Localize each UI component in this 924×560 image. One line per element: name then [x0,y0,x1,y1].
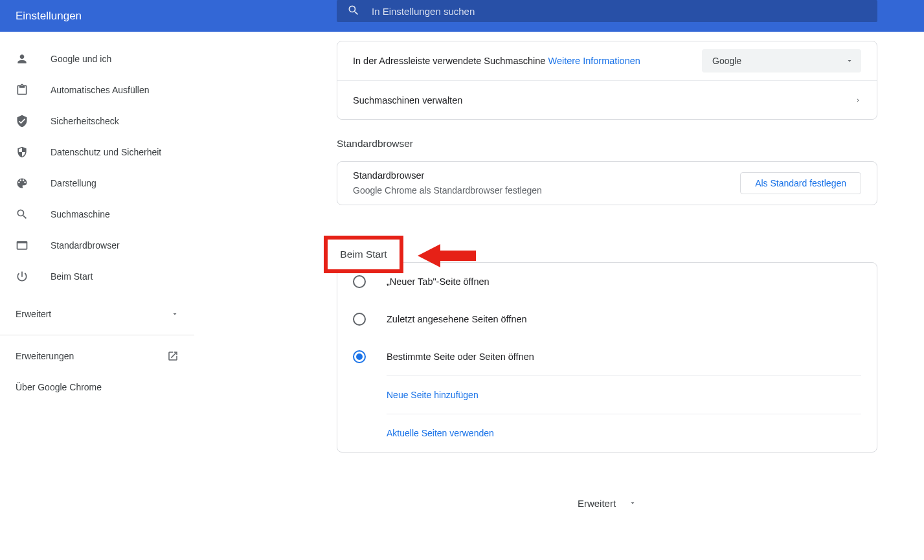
open-external-icon [167,350,179,362]
search-engine-setting-row: In der Adressleiste verwendete Suchmasch… [337,41,877,80]
sidebar-item-appearance[interactable]: Darstellung [0,168,194,199]
search-engine-card: In der Adressleiste verwendete Suchmasch… [337,41,877,120]
startup-options-card: „Neuer Tab"-Seite öffnen Zuletzt angeseh… [337,262,877,453]
chevron-down-icon [629,499,637,507]
sidebar-item-default-browser[interactable]: Standardbrowser [0,230,194,261]
sidebar-item-label: Sicherheitscheck [51,116,119,126]
sidebar-item-label: Google und ich [51,54,111,64]
search-engine-desc: In der Adressleiste verwendete Suchmasch… [353,56,545,66]
sidebar-item-google-and-me[interactable]: Google und ich [0,43,194,74]
radio-icon [353,275,366,288]
startup-option-specific-pages[interactable]: Bestimmte Seite oder Seiten öffnen [337,338,877,375]
search-icon [16,208,28,221]
annotation-highlight-box: Beim Start [324,236,403,273]
radio-checked-icon [353,350,366,363]
startup-option-continue[interactable]: Zuletzt angesehene Seiten öffnen [337,300,877,338]
manage-search-engines-row[interactable]: Suchmaschinen verwalten [337,80,877,119]
sidebar-item-label: Datenschutz und Sicherheit [51,147,161,157]
search-engine-text: In der Adressleiste verwendete Suchmasch… [353,56,640,66]
startup-section-title: Beim Start [340,249,387,260]
dropdown-value: Google [712,56,741,66]
power-icon [16,270,28,283]
set-default-button[interactable]: Als Standard festlegen [740,172,861,194]
svg-marker-0 [418,244,476,267]
sidebar-item-label: Standardbrowser [51,240,120,251]
sidebar: Google und ich Automatisches Ausfüllen S… [0,32,194,560]
sidebar-advanced-toggle[interactable]: Erweitert [0,298,194,330]
use-current-label: Aktuelle Seiten verwenden [387,428,494,438]
shield-check-icon [16,115,28,128]
sidebar-item-safety-check[interactable]: Sicherheitscheck [0,106,194,137]
advanced-label: Erweitert [578,498,616,509]
radio-icon [353,313,366,326]
use-current-pages-option[interactable]: Aktuelle Seiten verwenden [337,414,877,452]
chevron-down-icon [171,310,179,318]
clipboard-icon [16,84,28,96]
chevron-right-icon [855,97,861,104]
search-box[interactable] [337,0,877,22]
add-page-label: Neue Seite hinzufügen [387,390,479,400]
palette-icon [16,177,28,190]
sidebar-item-search-engine[interactable]: Suchmaschine [0,199,194,230]
page-title: Einstellungen [16,10,82,23]
header: Einstellungen [0,0,924,32]
default-browser-subtitle: Google Chrome als Standardbrowser festle… [353,183,542,197]
sidebar-about-chrome[interactable]: Über Google Chrome [0,372,194,403]
person-icon [16,52,28,65]
search-icon [347,4,360,19]
chevron-down-icon [846,57,853,65]
main-content: In der Adressleiste verwendete Suchmasch… [194,32,924,560]
about-label: Über Google Chrome [16,382,102,392]
main-advanced-toggle[interactable]: Erweitert [337,498,877,509]
add-new-page-option[interactable]: Neue Seite hinzufügen [337,376,877,414]
sidebar-divider [0,335,194,335]
learn-more-link[interactable]: Weitere Informationen [548,56,640,66]
advanced-label: Erweitert [16,309,51,319]
option-label: „Neuer Tab"-Seite öffnen [387,276,490,287]
default-browser-section-title: Standardbrowser [337,120,877,161]
sidebar-extensions[interactable]: Erweiterungen [0,341,194,372]
sidebar-item-label: Suchmaschine [51,209,110,219]
manage-search-label: Suchmaschinen verwalten [353,95,462,106]
option-label: Zuletzt angesehene Seiten öffnen [387,314,527,324]
shield-icon [16,146,28,159]
sidebar-item-label: Automatisches Ausfüllen [51,85,150,95]
default-browser-card: Standardbrowser Google Chrome als Standa… [337,161,877,205]
default-browser-title: Standardbrowser [353,168,542,183]
sidebar-item-autofill[interactable]: Automatisches Ausfüllen [0,74,194,106]
sidebar-item-on-startup[interactable]: Beim Start [0,261,194,292]
browser-icon [16,239,28,252]
sidebar-item-privacy-security[interactable]: Datenschutz und Sicherheit [0,137,194,168]
default-browser-row: Standardbrowser Google Chrome als Standa… [337,162,877,205]
search-input[interactable] [372,6,867,17]
option-label: Bestimmte Seite oder Seiten öffnen [387,352,534,362]
search-engine-dropdown[interactable]: Google [702,49,861,73]
sidebar-item-label: Darstellung [51,178,96,188]
extensions-label: Erweiterungen [16,351,74,361]
annotation-arrow-left-icon [418,243,476,269]
sidebar-item-label: Beim Start [51,271,93,282]
